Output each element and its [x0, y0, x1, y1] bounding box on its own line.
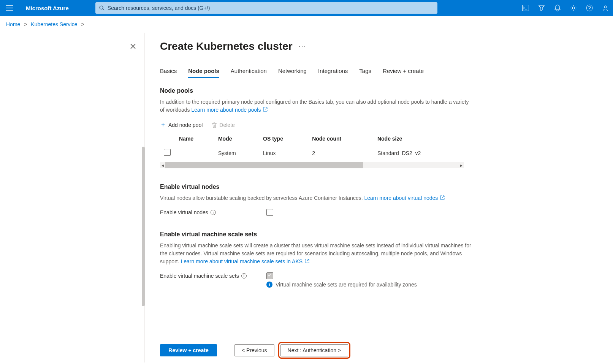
brand-label: Microsoft Azure	[26, 5, 69, 11]
title-row: Create Kubernetes cluster ···	[160, 40, 598, 52]
nodepools-description: In addition to the required primary node…	[160, 98, 472, 114]
breadcrumb-separator: >	[81, 21, 84, 27]
vmss-hint-row: i Virtual machine scale sets are require…	[266, 282, 598, 288]
external-link-icon	[305, 259, 309, 263]
tab-review-create[interactable]: Review + create	[383, 68, 424, 78]
vmss-section: Enable virtual machine scale sets Enabli…	[160, 231, 598, 288]
add-node-pool-button[interactable]: ＋ Add node pool	[160, 121, 203, 129]
col-name: Name	[175, 133, 214, 145]
top-header: Microsoft Azure	[0, 0, 613, 16]
enable-vmss-checkbox[interactable]	[266, 272, 273, 279]
info-icon[interactable]: i	[241, 273, 247, 279]
vmss-heading: Enable virtual machine scale sets	[160, 231, 598, 238]
settings-icon[interactable]	[570, 4, 577, 12]
trash-icon	[212, 122, 217, 128]
breadcrumb-separator: >	[24, 21, 27, 27]
svg-point-4	[586, 5, 592, 11]
previous-button[interactable]: < Previous	[234, 344, 274, 356]
left-spacer	[0, 33, 122, 362]
enable-vmss-label-text: Enable virtual machine scale sets	[160, 273, 239, 279]
virtualnodes-learn-link[interactable]: Learn more about virtual nodes	[364, 195, 445, 201]
enable-virtual-nodes-label-text: Enable virtual nodes	[160, 209, 208, 215]
row-checkbox[interactable]	[164, 149, 171, 156]
add-node-pool-label: Add node pool	[168, 122, 203, 128]
external-link-icon	[440, 195, 445, 200]
delete-node-pool-button[interactable]: Delete	[212, 122, 234, 128]
vmss-description: Enabling virtual machine scale sets will…	[160, 242, 472, 266]
info-icon[interactable]: i	[211, 210, 216, 215]
filter-icon[interactable]	[538, 4, 545, 12]
nodepool-table: Name Mode OS type Node count Node size S…	[160, 133, 464, 161]
tab-networking[interactable]: Networking	[278, 68, 307, 78]
nodepool-toolbar: ＋ Add node pool Delete	[160, 121, 598, 129]
table-header-row: Name Mode OS type Node count Node size	[160, 133, 464, 145]
next-button[interactable]: Next : Authentication >	[280, 344, 348, 356]
vmss-learn-link[interactable]: Learn more about virtual machine scale s…	[181, 258, 309, 264]
tab-authentication[interactable]: Authentication	[231, 68, 267, 78]
header-icon-group	[522, 4, 609, 12]
col-node-size: Node size	[374, 133, 464, 145]
help-icon[interactable]	[586, 4, 593, 12]
hamburger-menu-icon[interactable]	[4, 2, 15, 14]
breadcrumb-home[interactable]: Home	[6, 21, 20, 27]
svg-point-3	[572, 7, 575, 9]
enable-virtual-nodes-label: Enable virtual nodes i	[160, 209, 266, 215]
scroll-left-arrow-icon[interactable]: ◄	[160, 162, 165, 168]
virtualnodes-description: Virtual nodes allow burstable scaling ba…	[160, 194, 472, 202]
main-area: Create Kubernetes cluster ··· Basics Nod…	[0, 33, 613, 362]
enable-vmss-label: Enable virtual machine scale sets i	[160, 273, 266, 279]
svg-point-0	[100, 6, 103, 9]
review-create-button[interactable]: Review + create	[160, 344, 217, 356]
search-icon	[99, 5, 105, 11]
content: Create Kubernetes cluster ··· Basics Nod…	[145, 33, 613, 338]
breadcrumb-service[interactable]: Kubernetes Service	[31, 21, 77, 27]
footer-nav-group: < Previous Next : Authentication >	[234, 344, 348, 356]
tab-bar: Basics Node pools Authentication Network…	[160, 68, 598, 78]
delete-node-pool-label: Delete	[219, 122, 234, 128]
close-blade-button[interactable]	[128, 42, 138, 51]
more-actions-icon[interactable]: ···	[299, 43, 307, 51]
col-node-count: Node count	[308, 133, 374, 145]
cell-mode: System	[214, 145, 259, 161]
nodepools-heading: Node pools	[160, 87, 598, 94]
search-input[interactable]	[108, 5, 434, 11]
cloud-shell-icon[interactable]	[522, 4, 529, 12]
vmss-learn-link-text: Learn more about virtual machine scale s…	[181, 258, 303, 264]
global-search[interactable]	[95, 2, 437, 14]
cell-os: Linux	[259, 145, 308, 161]
wizard-footer: Review + create < Previous Next : Authen…	[145, 338, 613, 362]
notifications-icon[interactable]	[554, 4, 561, 12]
cell-name	[175, 145, 214, 161]
breadcrumb: Home > Kubernetes Service >	[0, 16, 613, 33]
svg-line-1	[103, 9, 104, 10]
nodepools-learn-link[interactable]: Learn more about node pools	[191, 107, 268, 113]
account-icon[interactable]	[602, 4, 609, 12]
table-row[interactable]: System Linux 2 Standard_DS2_v2	[160, 145, 464, 161]
scroll-thumb[interactable]	[165, 162, 363, 168]
svg-point-5	[604, 6, 607, 8]
plus-icon: ＋	[160, 121, 166, 129]
horizontal-scrollbar[interactable]: ◄ ►	[160, 162, 464, 168]
scroll-right-arrow-icon[interactable]: ►	[459, 162, 464, 168]
virtualnodes-learn-link-text: Learn more about virtual nodes	[364, 195, 438, 201]
vertical-scrollbar[interactable]	[142, 147, 145, 306]
vmss-hint-text: Virtual machine scale sets are required …	[276, 282, 417, 288]
virtualnodes-description-text: Virtual nodes allow burstable scaling ba…	[160, 195, 363, 201]
close-column	[122, 33, 144, 362]
enable-virtual-nodes-row: Enable virtual nodes i	[160, 209, 598, 216]
tab-tags[interactable]: Tags	[359, 68, 371, 78]
enable-vmss-row: Enable virtual machine scale sets i	[160, 272, 598, 279]
external-link-icon	[263, 107, 268, 112]
tab-basics[interactable]: Basics	[160, 68, 177, 78]
enable-virtual-nodes-checkbox[interactable]	[266, 209, 273, 216]
virtualnodes-heading: Enable virtual nodes	[160, 184, 598, 190]
cell-size: Standard_DS2_v2	[374, 145, 464, 161]
page-title: Create Kubernetes cluster	[160, 40, 293, 52]
cell-count: 2	[308, 145, 374, 161]
tab-node-pools[interactable]: Node pools	[188, 68, 219, 78]
tab-integrations[interactable]: Integrations	[318, 68, 348, 78]
nodepools-learn-link-text: Learn more about node pools	[191, 107, 261, 113]
content-wrap: Create Kubernetes cluster ··· Basics Nod…	[144, 33, 613, 362]
col-mode: Mode	[214, 133, 259, 145]
svg-rect-2	[523, 5, 529, 11]
